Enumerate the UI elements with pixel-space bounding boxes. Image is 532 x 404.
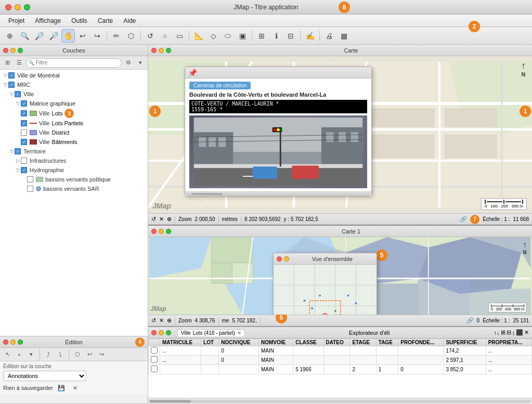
tool-search[interactable]: 🔎: [47, 29, 60, 43]
checkbox-batiments[interactable]: ✓: [21, 139, 27, 145]
menu-affichage[interactable]: Affichage: [31, 16, 65, 25]
top-map-window-controls[interactable]: [151, 48, 171, 53]
toggle-icon[interactable]: ▽: [15, 167, 21, 173]
tool-select[interactable]: ⊕: [3, 29, 17, 43]
explorer-minimize[interactable]: [159, 330, 164, 335]
row3-check[interactable]: [151, 366, 158, 372]
layer-item-mrc[interactable]: ▽ ✓ MRC: [0, 80, 148, 89]
tool-select2[interactable]: ▣: [236, 29, 249, 43]
toggle-icon[interactable]: ▷: [15, 158, 21, 164]
vue-window-controls[interactable]: [277, 256, 289, 262]
edition-fill[interactable]: ⬡: [72, 350, 83, 359]
couches-close[interactable]: [3, 48, 8, 53]
map-link-btn[interactable]: 🔗: [460, 216, 467, 223]
couches-maximize[interactable]: [18, 48, 23, 53]
checkbox-matrice[interactable]: ✓: [21, 100, 27, 107]
tool-zoom-out[interactable]: 🔎: [32, 29, 46, 43]
menu-projet[interactable]: Projet: [4, 16, 29, 25]
minimize-button[interactable]: [15, 4, 21, 10]
edition-tool1[interactable]: ↖: [2, 350, 12, 359]
tool-rect[interactable]: ▭: [173, 29, 186, 43]
tool-forward[interactable]: ↪: [90, 29, 104, 43]
tool-back[interactable]: ↩: [76, 29, 89, 43]
tool-edit-node[interactable]: ◇: [206, 29, 220, 43]
map2-stop-btn[interactable]: ✕: [159, 317, 164, 324]
tool-measure[interactable]: 📐: [192, 29, 205, 43]
couches-minimize[interactable]: [10, 48, 16, 53]
tool-table[interactable]: ⊟: [284, 29, 297, 43]
checkbox-infrastructures[interactable]: [21, 158, 27, 164]
explorer-close[interactable]: [151, 330, 157, 335]
edition-window-controls[interactable]: [3, 340, 23, 345]
layer-item-hydrographie[interactable]: ▽ ✓ Hydrographie: [0, 165, 148, 175]
vue-minimize[interactable]: [284, 256, 289, 262]
explorer-btn5[interactable]: ⬛: [516, 329, 523, 336]
layer-item-territoire[interactable]: ▽ ✓ Territoire: [0, 147, 148, 156]
bottom-map-close[interactable]: [151, 229, 157, 234]
edition-path[interactable]: ⤴: [43, 350, 54, 359]
layer-item-ville[interactable]: ▽ ✓ Ville: [0, 89, 148, 99]
layer-item-ville-montreal[interactable]: ▽ ✓ Ville de Montréal: [0, 71, 148, 80]
top-map-area[interactable]: 📌 Caméras de circulation Boulevard de la…: [148, 56, 532, 213]
edition-minimize[interactable]: [10, 340, 16, 345]
checkbox-bassins[interactable]: [27, 176, 33, 183]
edition-save-icon[interactable]: 💾: [56, 383, 67, 393]
couches-window-controls[interactable]: [3, 48, 23, 53]
checkbox-lots-partiels[interactable]: ✓: [21, 120, 27, 126]
couches-list[interactable]: ☰: [14, 58, 24, 68]
checkbox-ville-montreal[interactable]: ✓: [8, 72, 15, 79]
menu-outils[interactable]: Outils: [67, 16, 92, 25]
map2-refresh-btn[interactable]: ↺: [151, 317, 156, 324]
edition-dot-dropdown[interactable]: ▾: [26, 350, 36, 359]
tool-print[interactable]: 🖨: [322, 29, 336, 43]
layer-item-lots-partiels[interactable]: ✓ Ville Lots Partiels: [0, 119, 148, 128]
toggle-icon[interactable]: ▽: [8, 91, 15, 97]
couches-more[interactable]: ▾: [135, 58, 146, 68]
map2-center-btn[interactable]: ⊕: [167, 317, 172, 324]
map-stop-btn[interactable]: ✕: [159, 216, 164, 223]
explorer-window-controls[interactable]: [151, 330, 171, 335]
tool-polygon[interactable]: ⬡: [124, 29, 138, 43]
checkbox-mrc[interactable]: ✓: [8, 82, 15, 88]
close-button[interactable]: [5, 4, 11, 10]
layer-item-batiments[interactable]: ✓ Ville Bâtiments: [0, 137, 148, 147]
row1-check[interactable]: [151, 347, 158, 354]
vue-map[interactable]: [274, 265, 377, 315]
couches-search[interactable]: [26, 58, 122, 68]
toggle-icon[interactable]: ▽: [15, 100, 21, 107]
map-refresh-btn[interactable]: ↺: [151, 216, 156, 223]
explorer-btn2[interactable]: ⊞: [501, 329, 505, 336]
explorer-table[interactable]: MATRICULE LOT NOCIVIQUE NOMVOIE CLASSE D…: [148, 338, 532, 398]
checkbox-district[interactable]: [21, 129, 27, 136]
layer-item-lots[interactable]: ✓ Ville Lots 3: [0, 108, 148, 119]
edition-close[interactable]: [3, 340, 8, 345]
checkbox-hydrographie[interactable]: ✓: [21, 167, 27, 173]
menu-carte[interactable]: Carte: [94, 16, 117, 25]
tool-annotate[interactable]: ✍: [303, 29, 317, 43]
layer-item-infrastructures[interactable]: ▷ Infrastructures: [0, 156, 148, 165]
bottom-map-window-controls[interactable]: [151, 229, 171, 234]
popup-scrollbar[interactable]: [185, 191, 371, 196]
top-map-minimize[interactable]: [159, 48, 164, 53]
map-center-btn[interactable]: ⊕: [167, 216, 172, 223]
bottom-map-maximize[interactable]: [166, 229, 171, 234]
bottom-map-area[interactable]: Vue d'ensemble: [148, 237, 532, 315]
layer-item-bassins-sar[interactable]: bassins versants SAR: [0, 184, 148, 193]
edition-dot[interactable]: •: [14, 350, 24, 359]
checkbox-lots[interactable]: ✓: [21, 110, 27, 116]
tool-print2[interactable]: ▦: [337, 29, 351, 43]
vue-close[interactable]: [277, 256, 282, 262]
couches-filter[interactable]: ⚙: [123, 58, 134, 68]
layer-item-district[interactable]: Ville District: [0, 128, 148, 137]
checkbox-territoire[interactable]: ✓: [15, 148, 21, 154]
menu-aide[interactable]: Aide: [119, 16, 140, 25]
edition-undo[interactable]: ↩: [84, 350, 95, 359]
tool-copy[interactable]: ⊞: [255, 29, 268, 43]
edition-discard-icon[interactable]: ✕: [70, 383, 80, 393]
edition-couche-select[interactable]: Annotations: [3, 371, 86, 381]
edition-redo[interactable]: ↪: [96, 350, 107, 359]
explorer-btn6[interactable]: ✕: [524, 329, 529, 336]
tool-draw[interactable]: ✏: [110, 29, 123, 43]
tab-close[interactable]: ✕: [237, 330, 241, 336]
tool-hand[interactable]: 🖐: [61, 29, 75, 43]
